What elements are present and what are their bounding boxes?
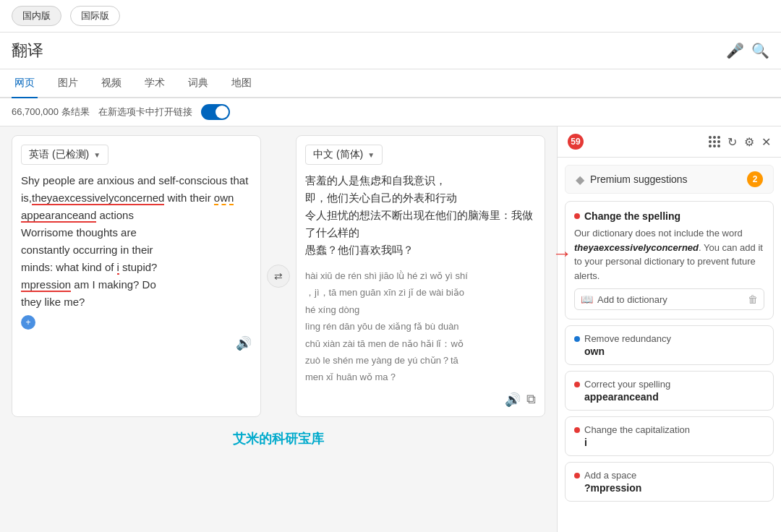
search-bar: 翻译 🎤 🔍 [0, 33, 781, 69]
grid-icon[interactable] [709, 136, 720, 147]
target-audio-button[interactable]: 🔊 [505, 392, 521, 408]
add-to-dictionary-action[interactable]: 📖 Add to dictionary 🗑 [574, 288, 764, 310]
tab-international[interactable]: 国际版 [70, 6, 120, 26]
redundant-word: own [214, 192, 234, 205]
target-text: 害羞的人是焦虑和自我意识，即，他们关心自己的外表和行动令人担忧的想法不断出现在他… [305, 172, 536, 259]
nav-tabs: 网页 图片 视频 学术 词典 地图 [0, 69, 781, 98]
settings-refresh-icon[interactable]: ↻ [727, 135, 737, 149]
suggestion-capitalization: Change the capitalization i [565, 416, 774, 456]
target-lang-arrow: ▼ [367, 151, 375, 159]
phonetic-text: hài xiū de rén shì jiāo lǜ hé zì wǒ yì s… [305, 267, 536, 386]
add-dict-icon: 📖 [581, 293, 593, 305]
misspelled-word-1: theyaexcessivelyconcerned [32, 192, 164, 205]
mic-button[interactable]: 🎤 [726, 42, 744, 59]
swap-languages-button[interactable]: ⇄ [267, 265, 290, 288]
gear-icon[interactable]: ⚙ [744, 135, 754, 149]
suggestion-spelling2-title: Correct your spelling [574, 379, 764, 390]
source-panel: 英语 (已检测) ▼ Shy people are anxious and se… [12, 135, 261, 417]
space-error: mpression [21, 278, 71, 292]
add-to-dictionary-label: 📖 Add to dictionary [581, 293, 667, 305]
nav-tab-images[interactable]: 图片 [55, 69, 81, 98]
premium-label-text: Premium suggestions [590, 173, 688, 185]
suggestion-spelling-title: Change the spelling [574, 210, 764, 222]
suggestion-spelling-body: Our dictionary does not include the word… [574, 226, 764, 283]
dot-red-4 [574, 473, 580, 479]
premium-bar: ◆ Premium suggestions 2 [565, 165, 774, 194]
right-panel: 59 ↻ ⚙ ✕ ◆ Premium suggestions [557, 126, 781, 532]
translator-area: 英语 (已检测) ▼ Shy people are anxious and se… [0, 126, 557, 532]
new-tab-label: 在新选项卡中打开链接 [98, 106, 192, 119]
misspelled-word-2: appearanceand [21, 209, 96, 223]
search-title: 翻译 [12, 40, 719, 61]
suggestion-space-value: ?mpression [574, 482, 764, 494]
suggestion-redundancy-title: Remove redundancy [574, 333, 764, 344]
trash-icon[interactable]: 🗑 [748, 293, 758, 305]
target-panel-footer: 🔊 ⧉ [305, 392, 536, 408]
target-lang-label: 中文 (简体) [313, 148, 363, 161]
suggestion-redundancy-value: own [574, 346, 764, 357]
right-panel-icons: ↻ ⚙ ✕ [709, 135, 771, 149]
close-icon[interactable]: ✕ [761, 135, 771, 149]
translate-panels: 英语 (已检测) ▼ Shy people are anxious and se… [12, 135, 545, 417]
right-panel-body: ◆ Premium suggestions 2 Change the spell… [558, 158, 781, 532]
suggestion-space-title: Add a space [574, 470, 764, 481]
suggestion-capitalization-value: i [574, 437, 764, 448]
toggle-circle [215, 106, 229, 119]
dot-blue-1 [574, 336, 580, 342]
results-bar: 66,700,000 条结果 在新选项卡中打开链接 [0, 98, 781, 126]
top-bar: 国内版 国际版 [0, 0, 781, 33]
nav-tab-dict[interactable]: 词典 [185, 69, 211, 98]
new-tab-toggle[interactable] [201, 104, 230, 120]
suggestion-capitalization-title: Change the capitalization [574, 424, 764, 435]
search-button[interactable]: 🔍 [751, 42, 769, 59]
nav-tab-academic[interactable]: 学术 [142, 69, 168, 98]
target-lang-select[interactable]: 中文 (简体) ▼ [305, 145, 383, 165]
error-count-badge: 59 [568, 134, 584, 150]
source-lang-select[interactable]: 英语 (已检测) ▼ [21, 145, 108, 165]
suggestion-space: Add a space ?mpression [565, 462, 774, 502]
copy-button[interactable]: ⧉ [526, 392, 536, 407]
main-content: 英语 (已检测) ▼ Shy people are anxious and se… [0, 126, 781, 532]
watermark: 艾米的科研宝库 [12, 424, 545, 453]
nav-tab-map[interactable]: 地图 [229, 69, 255, 98]
nav-tab-web[interactable]: 网页 [12, 69, 38, 98]
diamond-icon: ◆ [576, 173, 584, 186]
suggestion-spelling: Change the spelling Our dictionary does … [565, 201, 774, 319]
add-button[interactable]: + [21, 315, 35, 330]
nav-tab-video[interactable]: 视频 [98, 69, 124, 98]
source-audio-button[interactable]: 🔊 [236, 335, 252, 351]
dot-red-2 [574, 382, 580, 387]
source-lang-arrow: ▼ [93, 151, 101, 159]
results-count: 66,700,000 条结果 [12, 106, 90, 119]
dot-red-1 [574, 213, 580, 219]
source-panel-header: 英语 (已检测) ▼ [21, 145, 252, 165]
tab-domestic[interactable]: 国内版 [12, 6, 61, 26]
right-panel-header: 59 ↻ ⚙ ✕ [558, 126, 781, 158]
source-lang-label: 英语 (已检测) [29, 148, 89, 161]
premium-count-badge: 2 [747, 171, 763, 187]
target-panel-header: 中文 (简体) ▼ [305, 145, 536, 165]
premium-label: ◆ Premium suggestions [576, 173, 688, 186]
dot-red-3 [574, 427, 580, 433]
misspelled-word-em: theyaexcessivelyconcerned [574, 242, 699, 253]
target-panel: 中文 (简体) ▼ 害羞的人是焦虑和自我意识，即，他们关心自己的外表和行动令人担… [296, 135, 545, 417]
cap-error: i [117, 261, 119, 275]
suggestion-spelling2: Correct your spelling appearanceand [565, 371, 774, 411]
source-panel-footer: 🔊 [21, 335, 252, 351]
suggestion-redundancy: Remove redundancy own [565, 325, 774, 365]
source-text: Shy people are anxious and self-consciou… [21, 172, 252, 311]
suggestion-spelling2-value: appearanceand [574, 391, 764, 403]
